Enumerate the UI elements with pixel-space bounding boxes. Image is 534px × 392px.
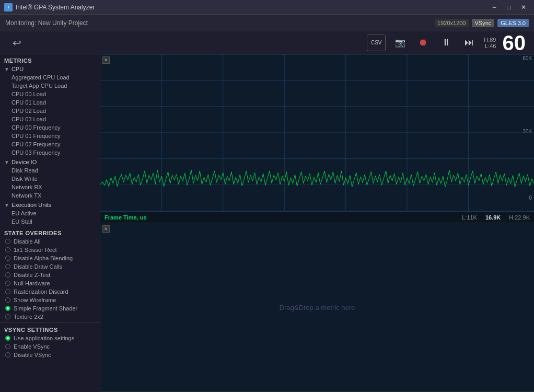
state-override-item[interactable]: Disable Draw Calls — [0, 262, 100, 271]
waveform-chart — [100, 54, 534, 211]
maximize-button[interactable]: □ — [503, 3, 515, 12]
radio-dot-icon — [5, 297, 10, 303]
radio-dot-icon — [5, 314, 10, 319]
cpu-item[interactable]: CPU 03 Frequency — [0, 148, 100, 157]
csv-button[interactable]: CSV — [367, 34, 386, 51]
state-override-item[interactable]: Null Hardware — [0, 279, 100, 287]
device-io-group: ▼ Device IO Disk ReadDisk WriteNetwork R… — [0, 158, 100, 200]
state-override-label: Null Hardware — [14, 280, 50, 286]
state-overrides-group: STATE OVERRIDES Disable All1x1 Scissor R… — [0, 227, 100, 321]
device-io-item[interactable]: Network RX — [0, 183, 100, 191]
state-override-item[interactable]: 1x1 Scissor Rect — [0, 246, 100, 254]
vsync-radio-dot-icon — [5, 344, 10, 349]
cpu-item[interactable]: CPU 03 Load — [0, 115, 100, 123]
state-override-label: Disable Alpha Blending — [14, 255, 73, 261]
cpu-item[interactable]: Target App CPU Load — [0, 82, 100, 90]
radio-dot-icon — [5, 247, 10, 252]
chart1-stat-current: 16.9K — [485, 214, 501, 221]
state-override-label: Rasterization Discard — [14, 289, 68, 295]
top-bar-right: 1920x1200 VSync GLES 3.0 — [435, 19, 529, 27]
device-io-item[interactable]: Network TX — [0, 191, 100, 200]
close-button[interactable]: ✕ — [517, 3, 530, 12]
device-io-expand-icon: ▼ — [4, 159, 9, 165]
state-override-item[interactable]: Simple Fragment Shader — [0, 304, 100, 313]
state-override-item[interactable]: Texture 2x2 — [0, 313, 100, 321]
main-content: METRICS ▼ CPU Aggregated CPU LoadTarget … — [0, 54, 534, 392]
cpu-group: ▼ CPU Aggregated CPU LoadTarget App CPU … — [0, 65, 100, 157]
chart-panel-2: ✕ Drag&Drop a metric here — [100, 223, 534, 392]
charts-area: ✕ 60K 30K 0 — [100, 54, 534, 392]
vsync-badge: VSync — [472, 19, 495, 27]
title-bar: i Intel® GPA System Analyzer – □ ✕ — [0, 0, 534, 15]
device-io-item[interactable]: Disk Write — [0, 175, 100, 183]
radio-dot-icon — [5, 239, 10, 244]
state-override-item[interactable]: Disable Alpha Blending — [0, 254, 100, 262]
record-button[interactable]: ⏺ — [415, 34, 432, 51]
minimize-button[interactable]: – — [488, 3, 501, 12]
vsync-item-label: Enable VSync — [14, 343, 50, 350]
cpu-item[interactable]: CPU 00 Frequency — [0, 123, 100, 132]
back-button[interactable]: ↩ — [8, 34, 25, 51]
chart1-canvas: 60K 30K 0 — [100, 54, 534, 211]
state-override-label: Disable Draw Calls — [14, 263, 62, 270]
api-badge: GLES 3.0 — [497, 19, 529, 27]
vsync-group: VSYNC SETTINGS Use application settingsE… — [0, 322, 100, 359]
vsync-item[interactable]: Enable VSync — [0, 342, 100, 351]
cpu-item[interactable]: CPU 02 Frequency — [0, 140, 100, 148]
cpu-item[interactable]: CPU 01 Load — [0, 98, 100, 107]
radio-dot-icon — [5, 306, 10, 311]
radio-dot-icon — [5, 256, 10, 261]
state-override-label: Show Wireframe — [14, 297, 56, 303]
monitoring-label: Monitoring: New Unity Project — [5, 19, 88, 27]
chart1-title: Frame Time, us — [105, 214, 147, 221]
radio-dot-icon — [5, 281, 10, 286]
chart2-close[interactable]: ✕ — [102, 225, 110, 233]
chart1-close[interactable]: ✕ — [102, 56, 110, 64]
toolbar: ↩ CSV 📷 ⏺ ⏸ ⏭ H:89 L:46 60 — [0, 31, 534, 54]
state-override-item[interactable]: Rasterization Discard — [0, 287, 100, 296]
eu-expand-icon: ▼ — [4, 202, 9, 208]
state-override-label: Simple Fragment Shader — [14, 305, 77, 312]
radio-dot-icon — [5, 289, 10, 294]
radio-dot-icon — [5, 264, 10, 269]
execution-units-group: ▼ Execution Units EU ActiveEU Stall — [0, 201, 100, 226]
cpu-item[interactable]: CPU 01 Frequency — [0, 132, 100, 140]
state-overrides-items: Disable All1x1 Scissor RectDisable Alpha… — [0, 237, 100, 321]
top-bar: Monitoring: New Unity Project 1920x1200 … — [0, 15, 534, 31]
device-io-group-label[interactable]: ▼ Device IO — [0, 158, 100, 166]
cpu-item[interactable]: Aggregated CPU Load — [0, 73, 100, 82]
title-bar-text: Intel® GPA System Analyzer — [16, 4, 488, 11]
skip-button[interactable]: ⏭ — [461, 34, 478, 51]
execution-units-group-label[interactable]: ▼ Execution Units — [0, 201, 100, 209]
vsync-items: Use application settingsEnable VSyncDisa… — [0, 334, 100, 359]
toolbar-right: CSV 📷 ⏺ ⏸ ⏭ H:89 L:46 60 — [367, 32, 526, 53]
app-icon: i — [4, 3, 13, 11]
cpu-item[interactable]: CPU 02 Load — [0, 107, 100, 115]
state-override-item[interactable]: Show Wireframe — [0, 296, 100, 304]
screenshot-button[interactable]: 📷 — [392, 34, 409, 51]
device-io-item[interactable]: Disk Read — [0, 166, 100, 175]
state-override-item[interactable]: Disable All — [0, 237, 100, 246]
vsync-item[interactable]: Disable VSync — [0, 351, 100, 359]
chart1-footer: Frame Time, us L:11K 16.9K H:22.9K — [100, 211, 534, 223]
resolution-badge: 1920x1200 — [435, 19, 468, 27]
cpu-items: Aggregated CPU LoadTarget App CPU LoadCP… — [0, 73, 100, 157]
eu-item[interactable]: EU Active — [0, 209, 100, 217]
cpu-group-label[interactable]: ▼ CPU — [0, 65, 100, 73]
sidebar: METRICS ▼ CPU Aggregated CPU LoadTarget … — [0, 54, 100, 392]
chart1-stats: L:11K 16.9K H:22.9K — [462, 214, 530, 221]
metrics-header: METRICS — [0, 54, 100, 65]
eu-item[interactable]: EU Stall — [0, 217, 100, 226]
vsync-item[interactable]: Use application settings — [0, 334, 100, 342]
fps-low: L:46 — [485, 43, 496, 49]
cpu-item[interactable]: CPU 00 Load — [0, 90, 100, 98]
pause-button[interactable]: ⏸ — [438, 34, 455, 51]
fps-current: 60 — [503, 32, 526, 53]
state-override-label: Disable Z-Test — [14, 272, 50, 278]
state-override-label: 1x1 Scissor Rect — [14, 247, 57, 253]
eu-items: EU ActiveEU Stall — [0, 209, 100, 226]
vsync-radio-dot-icon — [5, 336, 10, 341]
fps-display: H:89 L:46 — [484, 37, 496, 49]
chart2-empty: Drag&Drop a metric here — [100, 223, 534, 391]
state-override-item[interactable]: Disable Z-Test — [0, 271, 100, 279]
